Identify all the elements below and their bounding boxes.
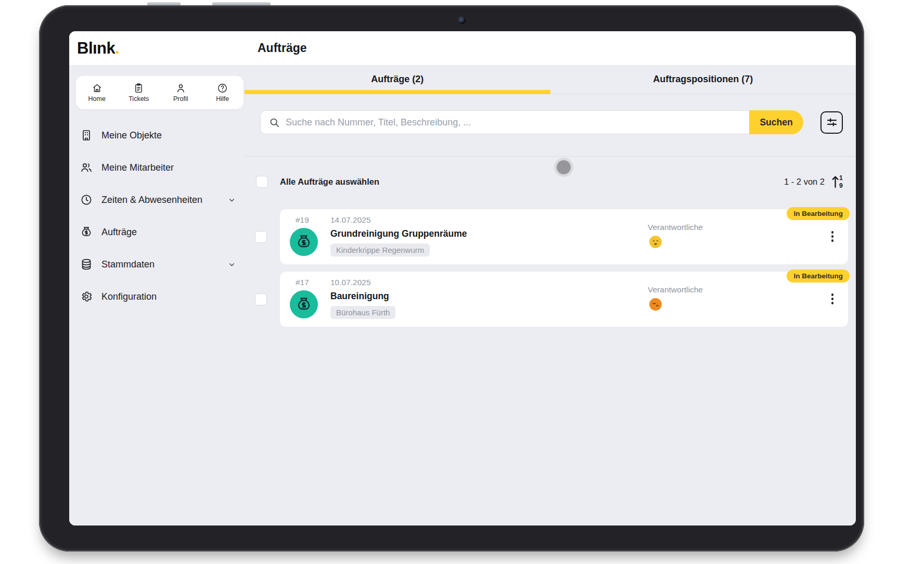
sort-button[interactable]: 19 (831, 174, 846, 189)
select-all-checkbox[interactable] (256, 176, 268, 188)
logo-text: Blınk (77, 39, 115, 57)
order-title: Baureinigung (330, 291, 389, 302)
responsible-label: Verantwortliche (648, 223, 703, 232)
sidebar-item-zeiten-abwesenheiten[interactable]: Zeiten & Abwesenheiten (69, 184, 245, 216)
page-title: Aufträge (258, 41, 307, 55)
filter-button[interactable] (820, 111, 843, 134)
sidebar-item-label: Meine Mitarbeiter (101, 162, 236, 173)
pagination-label: 1 - 2 von 2 (784, 177, 825, 187)
responsible-avatar (649, 235, 662, 249)
order-row: #17 10.07.2025 Baureinigung Bürohaus Für… (255, 272, 848, 327)
responsible-avatar (649, 298, 662, 311)
tab-auftraege[interactable]: Aufträge (2) (245, 65, 550, 94)
quicknav-label: Hilfe (216, 95, 229, 102)
order-card[interactable]: #19 14.07.2025 Grundreinigung Gruppenräu… (280, 209, 848, 264)
users-icon (80, 161, 93, 174)
sidebar-menu: Meine Objekte Meine Mitarbeiter Zeiten &… (69, 119, 245, 313)
quicknav-item-tickets[interactable]: Tickets (118, 76, 160, 109)
quicknav-item-profil[interactable]: Profil (160, 76, 202, 109)
tab-auftragspositionen[interactable]: Auftragspositionen (7) (550, 65, 856, 94)
order-date: 14.07.2025 (330, 215, 371, 225)
order-card[interactable]: #17 10.07.2025 Baureinigung Bürohaus Für… (280, 272, 848, 327)
sidebar: Home Tickets Profil Hilfe (69, 65, 245, 525)
order-number: #17 (296, 278, 309, 287)
section-divider (245, 156, 856, 157)
home-icon (92, 83, 102, 94)
status-badge: In Bearbeitung (787, 207, 850, 220)
row-checkbox[interactable] (255, 293, 267, 305)
sidebar-item-label: Aufträge (101, 227, 236, 238)
quicknav-item-home[interactable]: Home (76, 76, 118, 109)
app-screen: Blınk. Aufträge Home Tickets (69, 31, 856, 525)
clock-icon (80, 194, 93, 206)
order-location-tag: Bürohaus Fürth (330, 306, 395, 319)
order-title: Grundreinigung Gruppenräume (330, 228, 467, 239)
sidebar-item-meine-mitarbeiter[interactable]: Meine Mitarbeiter (69, 151, 245, 184)
kebab-menu-button[interactable] (830, 230, 835, 243)
tab-bar: Aufträge (2) Auftragspositionen (7) (245, 65, 856, 94)
quick-nav-card: Home Tickets Profil Hilfe (76, 76, 243, 109)
quicknav-label: Home (88, 95, 106, 102)
wink-face-avatar (649, 298, 662, 311)
order-type-avatar (290, 228, 318, 256)
quicknav-item-hilfe[interactable]: Hilfe (202, 76, 244, 109)
blink-logo: Blınk. (77, 39, 119, 58)
database-icon (80, 258, 93, 271)
quicknav-label: Tickets (129, 95, 149, 102)
sidebar-item-label: Stammdaten (101, 259, 219, 270)
sliders-icon (826, 116, 838, 129)
status-badge: In Bearbeitung (787, 270, 850, 283)
svg-text:9: 9 (839, 182, 843, 189)
money-bag-icon (296, 234, 312, 250)
sidebar-item-stammdaten[interactable]: Stammdaten (69, 248, 245, 280)
chevron-down-icon (227, 260, 236, 269)
sidebar-item-label: Zeiten & Abwesenheiten (101, 195, 219, 206)
select-all-label: Alle Aufträge auswählen (280, 177, 379, 187)
order-list: #19 14.07.2025 Grundreinigung Gruppenräu… (245, 209, 856, 334)
order-row: #19 14.07.2025 Grundreinigung Gruppenräu… (255, 209, 848, 264)
tablet-frame: Blınk. Aufträge Home Tickets (39, 5, 864, 552)
front-camera (458, 17, 466, 24)
search-icon (269, 117, 280, 128)
row-checkbox[interactable] (255, 231, 267, 243)
list-controls: Alle Aufträge auswählen 1 - 2 von 2 19 (256, 174, 846, 189)
building-icon (80, 129, 93, 142)
sidebar-item-auftraege[interactable]: Aufträge (69, 216, 245, 248)
search-row: Suchen (260, 110, 843, 134)
app-body: Home Tickets Profil Hilfe (69, 65, 856, 525)
order-type-avatar (290, 290, 318, 318)
responsible-label: Verantwortliche (648, 285, 703, 294)
sidebar-item-label: Konfiguration (101, 291, 236, 302)
main-content: Aufträge (2) Auftragspositionen (7) Such… (245, 65, 856, 525)
logo-dot: . (115, 39, 119, 57)
search-input[interactable] (286, 117, 744, 128)
sidebar-item-label: Meine Objekte (101, 130, 236, 141)
profile-icon (175, 83, 186, 94)
search-button[interactable]: Suchen (749, 110, 803, 134)
chevron-down-icon (227, 196, 236, 204)
sidebar-item-konfiguration[interactable]: Konfiguration (69, 280, 245, 313)
gear-icon (80, 290, 93, 303)
sort-ascending-icon: 19 (831, 174, 846, 189)
money-bag-icon (296, 296, 312, 313)
svg-text:1: 1 (839, 174, 843, 182)
smiley-face-avatar (649, 235, 662, 249)
touch-indicator (557, 160, 571, 174)
quicknav-label: Profil (173, 95, 188, 102)
order-location-tag: Kinderkrippe Regenwurm (330, 243, 430, 257)
order-date: 10.07.2025 (330, 278, 371, 287)
tickets-icon (133, 83, 144, 94)
sidebar-item-meine-objekte[interactable]: Meine Objekte (69, 119, 245, 151)
money-bag-icon (80, 226, 93, 238)
kebab-menu-button[interactable] (830, 292, 835, 305)
order-number: #19 (296, 215, 309, 225)
help-icon (217, 83, 228, 94)
search-box (260, 110, 749, 134)
app-header: Blınk. Aufträge (69, 31, 856, 65)
